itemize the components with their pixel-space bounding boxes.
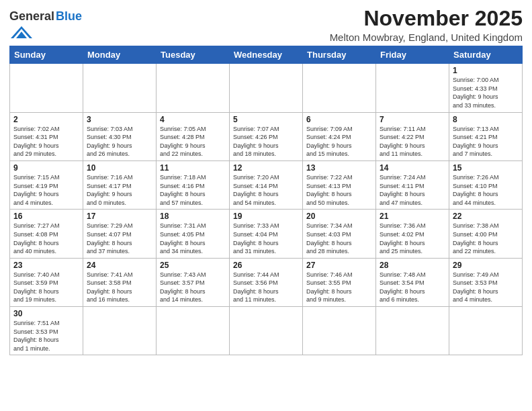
calendar-cell	[83, 307, 157, 355]
page: General Blue November 2025 Melton Mowbra…	[0, 0, 532, 411]
day-info: Sunrise: 7:33 AM Sunset: 4:04 PM Dayligh…	[233, 222, 299, 255]
day-number: 26	[233, 261, 299, 270]
calendar-cell: 21Sunrise: 7:36 AM Sunset: 4:02 PM Dayli…	[376, 210, 449, 258]
calendar-cell	[376, 307, 449, 355]
calendar-cell: 2Sunrise: 7:02 AM Sunset: 4:31 PM Daylig…	[10, 112, 83, 161]
day-info: Sunrise: 7:41 AM Sunset: 3:58 PM Dayligh…	[87, 271, 152, 304]
day-number: 14	[380, 163, 445, 173]
day-info: Sunrise: 7:26 AM Sunset: 4:10 PM Dayligh…	[453, 173, 519, 207]
day-info: Sunrise: 7:20 AM Sunset: 4:14 PM Dayligh…	[233, 173, 299, 207]
day-number: 18	[160, 212, 226, 221]
calendar-week-2: 2Sunrise: 7:02 AM Sunset: 4:31 PM Daylig…	[10, 112, 523, 161]
day-number: 20	[306, 212, 372, 221]
day-info: Sunrise: 7:31 AM Sunset: 4:05 PM Dayligh…	[160, 222, 226, 255]
day-info: Sunrise: 7:51 AM Sunset: 3:53 PM Dayligh…	[13, 319, 79, 353]
day-info: Sunrise: 7:36 AM Sunset: 4:02 PM Dayligh…	[380, 222, 445, 255]
day-info: Sunrise: 7:43 AM Sunset: 3:57 PM Dayligh…	[160, 271, 226, 304]
day-number: 15	[453, 163, 519, 173]
calendar-cell: 28Sunrise: 7:48 AM Sunset: 3:54 PM Dayli…	[376, 258, 449, 306]
calendar-cell	[303, 307, 376, 355]
day-header-monday: Monday	[83, 46, 157, 64]
calendar-cell: 16Sunrise: 7:27 AM Sunset: 4:08 PM Dayli…	[10, 210, 83, 258]
calendar-cell: 17Sunrise: 7:29 AM Sunset: 4:07 PM Dayli…	[83, 210, 157, 258]
calendar-cell: 4Sunrise: 7:05 AM Sunset: 4:28 PM Daylig…	[157, 112, 230, 161]
day-number: 30	[13, 309, 79, 318]
calendar-header-row: SundayMondayTuesdayWednesdayThursdayFrid…	[10, 46, 523, 64]
day-info: Sunrise: 7:40 AM Sunset: 3:59 PM Dayligh…	[13, 271, 79, 304]
calendar-cell: 19Sunrise: 7:33 AM Sunset: 4:04 PM Dayli…	[230, 210, 303, 258]
day-info: Sunrise: 7:48 AM Sunset: 3:54 PM Dayligh…	[380, 271, 445, 304]
day-info: Sunrise: 7:11 AM Sunset: 4:22 PM Dayligh…	[380, 125, 445, 158]
day-number: 11	[160, 163, 226, 173]
calendar-cell	[449, 307, 523, 355]
day-number: 28	[380, 261, 445, 270]
day-number: 9	[13, 163, 79, 173]
day-info: Sunrise: 7:34 AM Sunset: 4:03 PM Dayligh…	[306, 222, 372, 255]
calendar-cell: 11Sunrise: 7:18 AM Sunset: 4:16 PM Dayli…	[157, 161, 230, 209]
day-number: 4	[160, 115, 226, 124]
location-title: Melton Mowbray, England, United Kingdom	[330, 32, 523, 43]
day-header-friday: Friday	[376, 46, 449, 64]
day-info: Sunrise: 7:09 AM Sunset: 4:24 PM Dayligh…	[306, 125, 372, 158]
calendar-week-5: 23Sunrise: 7:40 AM Sunset: 3:59 PM Dayli…	[10, 258, 523, 306]
day-number: 3	[87, 115, 152, 124]
calendar-cell	[303, 64, 376, 112]
day-info: Sunrise: 7:46 AM Sunset: 3:55 PM Dayligh…	[306, 271, 372, 304]
calendar-cell: 25Sunrise: 7:43 AM Sunset: 3:57 PM Dayli…	[157, 258, 230, 306]
calendar-cell: 3Sunrise: 7:03 AM Sunset: 4:30 PM Daylig…	[83, 112, 157, 161]
day-number: 16	[13, 212, 79, 221]
calendar-cell: 8Sunrise: 7:13 AM Sunset: 4:21 PM Daylig…	[449, 112, 523, 161]
day-info: Sunrise: 7:07 AM Sunset: 4:26 PM Dayligh…	[233, 125, 299, 158]
day-number: 25	[160, 261, 226, 270]
calendar-week-3: 9Sunrise: 7:15 AM Sunset: 4:19 PM Daylig…	[10, 161, 523, 209]
calendar-table: SundayMondayTuesdayWednesdayThursdayFrid…	[9, 46, 523, 355]
title-block: November 2025 Melton Mowbray, England, U…	[330, 7, 523, 43]
logo-general: General	[9, 9, 54, 24]
day-header-tuesday: Tuesday	[157, 46, 230, 64]
day-info: Sunrise: 7:27 AM Sunset: 4:08 PM Dayligh…	[13, 222, 79, 255]
calendar-week-4: 16Sunrise: 7:27 AM Sunset: 4:08 PM Dayli…	[10, 210, 523, 258]
day-info: Sunrise: 7:03 AM Sunset: 4:30 PM Dayligh…	[87, 125, 152, 158]
calendar-cell	[157, 64, 230, 112]
day-number: 24	[87, 261, 152, 270]
day-info: Sunrise: 7:22 AM Sunset: 4:13 PM Dayligh…	[306, 173, 372, 207]
day-number: 8	[453, 115, 519, 124]
day-info: Sunrise: 7:18 AM Sunset: 4:16 PM Dayligh…	[160, 173, 226, 207]
calendar-cell	[157, 307, 230, 355]
calendar-cell	[376, 64, 449, 112]
calendar-cell: 22Sunrise: 7:38 AM Sunset: 4:00 PM Dayli…	[449, 210, 523, 258]
day-info: Sunrise: 7:00 AM Sunset: 4:33 PM Dayligh…	[453, 76, 519, 109]
calendar-cell	[10, 64, 83, 112]
calendar-cell: 23Sunrise: 7:40 AM Sunset: 3:59 PM Dayli…	[10, 258, 83, 306]
day-info: Sunrise: 7:24 AM Sunset: 4:11 PM Dayligh…	[380, 173, 445, 207]
day-number: 7	[380, 115, 445, 124]
calendar-cell	[230, 64, 303, 112]
calendar-cell: 9Sunrise: 7:15 AM Sunset: 4:19 PM Daylig…	[10, 161, 83, 209]
calendar-cell: 27Sunrise: 7:46 AM Sunset: 3:55 PM Dayli…	[303, 258, 376, 306]
day-info: Sunrise: 7:29 AM Sunset: 4:07 PM Dayligh…	[87, 222, 152, 255]
calendar-cell	[83, 64, 157, 112]
day-info: Sunrise: 7:15 AM Sunset: 4:19 PM Dayligh…	[13, 173, 79, 207]
day-info: Sunrise: 7:02 AM Sunset: 4:31 PM Dayligh…	[13, 125, 79, 158]
day-number: 13	[306, 163, 372, 173]
calendar-cell: 13Sunrise: 7:22 AM Sunset: 4:13 PM Dayli…	[303, 161, 376, 209]
calendar-cell: 10Sunrise: 7:16 AM Sunset: 4:17 PM Dayli…	[83, 161, 157, 209]
month-title: November 2025	[330, 7, 523, 30]
calendar-cell: 29Sunrise: 7:49 AM Sunset: 3:53 PM Dayli…	[449, 258, 523, 306]
day-info: Sunrise: 7:38 AM Sunset: 4:00 PM Dayligh…	[453, 222, 519, 255]
logo: General Blue	[9, 9, 82, 40]
day-number: 19	[233, 212, 299, 221]
calendar-cell: 1Sunrise: 7:00 AM Sunset: 4:33 PM Daylig…	[449, 64, 523, 112]
day-number: 5	[233, 115, 299, 124]
calendar-cell: 20Sunrise: 7:34 AM Sunset: 4:03 PM Dayli…	[303, 210, 376, 258]
day-number: 21	[380, 212, 445, 221]
logo-triangle-icon	[9, 25, 34, 40]
calendar-cell: 7Sunrise: 7:11 AM Sunset: 4:22 PM Daylig…	[376, 112, 449, 161]
calendar-cell: 12Sunrise: 7:20 AM Sunset: 4:14 PM Dayli…	[230, 161, 303, 209]
day-number: 29	[453, 261, 519, 270]
day-info: Sunrise: 7:16 AM Sunset: 4:17 PM Dayligh…	[87, 173, 152, 207]
calendar-week-1: 1Sunrise: 7:00 AM Sunset: 4:33 PM Daylig…	[10, 64, 523, 112]
day-number: 1	[453, 66, 519, 75]
calendar-cell: 5Sunrise: 7:07 AM Sunset: 4:26 PM Daylig…	[230, 112, 303, 161]
calendar-cell: 14Sunrise: 7:24 AM Sunset: 4:11 PM Dayli…	[376, 161, 449, 209]
